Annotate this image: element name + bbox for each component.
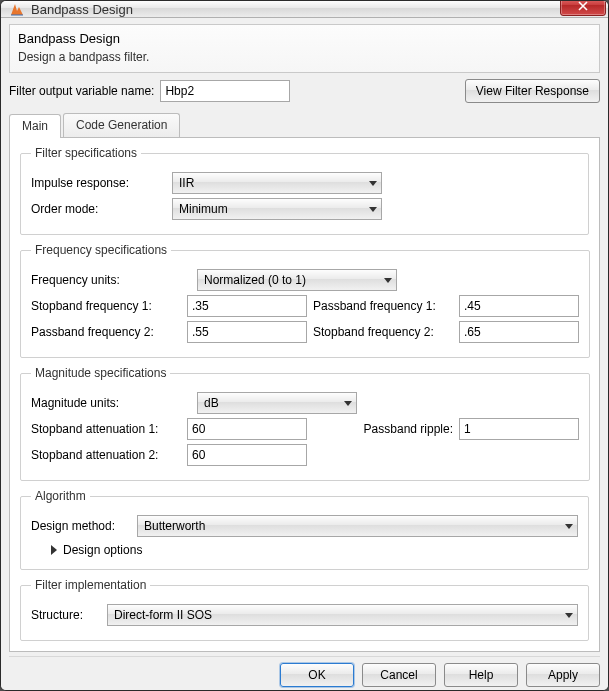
design-method-label: Design method:: [31, 519, 131, 533]
freq-units-select[interactable]: Normalized (0 to 1): [197, 269, 397, 291]
tab-code-generation[interactable]: Code Generation: [63, 113, 180, 137]
design-method-value: Butterworth: [144, 519, 205, 533]
group-algorithm: Algorithm Design method: Butterworth Des…: [20, 489, 589, 570]
tabstrip: Main Code Generation: [9, 113, 600, 137]
group-magnitude-spec-title: Magnitude specifications: [31, 366, 170, 380]
astop2-label: Stopband attenuation 2:: [31, 448, 181, 462]
close-button[interactable]: [560, 0, 606, 16]
fstop1-input[interactable]: [187, 295, 307, 317]
close-icon: [578, 1, 588, 11]
fstop1-label: Stopband frequency 1:: [31, 299, 181, 313]
impulse-response-select[interactable]: IIR: [172, 172, 382, 194]
filter-var-input[interactable]: [160, 80, 290, 102]
titlebar[interactable]: Bandpass Design: [1, 1, 608, 18]
tab-main[interactable]: Main: [9, 114, 61, 138]
chevron-down-icon: [369, 181, 377, 186]
astop1-label: Stopband attenuation 1:: [31, 422, 181, 436]
cancel-button[interactable]: Cancel: [362, 663, 436, 687]
dialog-window: Bandpass Design Bandpass Design Design a…: [0, 0, 609, 691]
mag-units-select[interactable]: dB: [197, 392, 357, 414]
dialog-title: Bandpass Design: [18, 31, 591, 46]
ok-button[interactable]: OK: [280, 663, 354, 687]
group-implementation-title: Filter implementation: [31, 578, 150, 592]
chevron-down-icon: [565, 613, 573, 618]
astop2-input[interactable]: [187, 444, 307, 466]
impulse-response-value: IIR: [179, 176, 194, 190]
filter-var-label: Filter output variable name:: [9, 84, 154, 98]
fstop2-label: Stopband frequency 2:: [313, 325, 453, 339]
group-filter-spec: Filter specifications Impulse response: …: [20, 146, 589, 235]
order-mode-select[interactable]: Minimum: [172, 198, 382, 220]
structure-select[interactable]: Direct-form II SOS: [107, 604, 578, 626]
view-filter-response-button[interactable]: View Filter Response: [465, 79, 600, 103]
header-box: Bandpass Design Design a bandpass filter…: [9, 24, 600, 73]
group-frequency-spec-title: Frequency specifications: [31, 243, 171, 257]
design-options-toggle[interactable]: Design options: [51, 543, 578, 557]
group-algorithm-title: Algorithm: [31, 489, 90, 503]
fpass1-label: Passband frequency 1:: [313, 299, 453, 313]
chevron-down-icon: [384, 278, 392, 283]
design-options-label: Design options: [63, 543, 142, 557]
apass-label: Passband ripple:: [313, 422, 453, 436]
chevron-down-icon: [369, 207, 377, 212]
astop1-input[interactable]: [187, 418, 307, 440]
fpass1-input[interactable]: [459, 295, 579, 317]
structure-value: Direct-form II SOS: [114, 608, 212, 622]
chevron-right-icon: [51, 545, 57, 555]
chevron-down-icon: [344, 401, 352, 406]
help-button[interactable]: Help: [444, 663, 518, 687]
group-filter-spec-title: Filter specifications: [31, 146, 141, 160]
mag-units-value: dB: [204, 396, 219, 410]
order-mode-value: Minimum: [179, 202, 228, 216]
app-icon: [9, 1, 25, 17]
mag-units-label: Magnitude units:: [31, 396, 191, 410]
fpass2-label: Passband frequency 2:: [31, 325, 181, 339]
fpass2-input[interactable]: [187, 321, 307, 343]
design-method-select[interactable]: Butterworth: [137, 515, 578, 537]
structure-label: Structure:: [31, 608, 101, 622]
chevron-down-icon: [565, 524, 573, 529]
impulse-response-label: Impulse response:: [31, 176, 166, 190]
freq-units-label: Frequency units:: [31, 273, 191, 287]
order-mode-label: Order mode:: [31, 202, 166, 216]
apply-button[interactable]: Apply: [526, 663, 600, 687]
dialog-subtitle: Design a bandpass filter.: [18, 50, 591, 64]
freq-units-value: Normalized (0 to 1): [204, 273, 306, 287]
fstop2-input[interactable]: [459, 321, 579, 343]
group-implementation: Filter implementation Structure: Direct-…: [20, 578, 589, 641]
button-bar: OK Cancel Help Apply: [9, 656, 600, 687]
tab-main-page: Filter specifications Impulse response: …: [9, 137, 600, 652]
client-area: Bandpass Design Design a bandpass filter…: [1, 18, 608, 691]
window-title: Bandpass Design: [31, 2, 560, 17]
apass-input[interactable]: [459, 418, 579, 440]
group-magnitude-spec: Magnitude specifications Magnitude units…: [20, 366, 590, 481]
group-frequency-spec: Frequency specifications Frequency units…: [20, 243, 590, 358]
filter-var-row: Filter output variable name: View Filter…: [9, 79, 600, 103]
